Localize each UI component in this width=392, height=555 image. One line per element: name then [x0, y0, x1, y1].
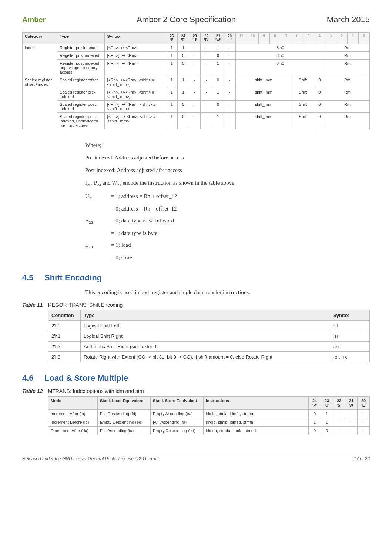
l20-val1: = 1; load — [111, 240, 131, 250]
encode-desc: I25, P24 and W21 encode the instruction … — [85, 178, 370, 188]
table-row: 2'h1Logical Shift Rightlsr — [48, 331, 370, 342]
page-header: Amber Amber 2 Core Specification March 2… — [22, 15, 370, 27]
table-row: Scaled register pre-indexed[<Rn>, +/-<Rm… — [23, 88, 370, 101]
section-45-intro: This encoding is used in both register a… — [85, 288, 370, 297]
col-b25: 25 'I' — [166, 33, 177, 44]
encoding-table: Category Type Syntax 25 'I' 24 'P' 23 'U… — [22, 32, 370, 130]
footer-left: Released under the GNU Lesser General Pu… — [22, 456, 158, 461]
table12-caption: Table 12MTRANS: Index options with ldm a… — [22, 388, 370, 394]
table-row: Scaled register offset / indexScaled reg… — [23, 76, 370, 88]
col-b1: 1 — [347, 33, 358, 44]
col-type: Type — [57, 33, 105, 44]
section-45-heading: 4.5Shift Encoding — [22, 273, 370, 283]
table-row: Increment After (ia)Full Descending (fd)… — [48, 410, 370, 418]
t12-col-b24: 24 'P' — [309, 397, 321, 410]
col-b11: 11 — [235, 33, 247, 44]
table-row: Decrement After (da)Full Ascending (fa)E… — [48, 427, 370, 435]
body-text: Where; Pre-indexed: Address adjusted bef… — [85, 141, 370, 262]
doc-title: Amber 2 Core Specification — [137, 15, 236, 24]
t12-col-instr: Instructions — [204, 397, 309, 410]
footer-right: 17 of 26 — [354, 456, 370, 461]
col-b4: 4 — [314, 33, 325, 44]
u23-val1: = 1; address = Rn + offset_12 — [111, 192, 177, 201]
col-b9: 9 — [258, 33, 269, 44]
table-row: indexRegister pre-indexed[<Rn>, +/-<Rm>]… — [23, 44, 370, 52]
t12-col-b20: 20 'L' — [358, 397, 370, 410]
b22-label: B22 — [85, 216, 111, 226]
t11-col-type: Type — [81, 310, 330, 321]
table11: Condition Type Syntax 2'h0Logical Shift … — [48, 310, 370, 362]
doc-date: March 2015 — [327, 15, 370, 24]
col-b21: 21 'W' — [212, 33, 224, 44]
col-b5: 5 — [303, 33, 314, 44]
table-row: Scaled register post-indexed[<Rn>], +/-<… — [23, 101, 370, 113]
u23-val0: = 0; address = Rn – offset_12 — [111, 204, 177, 213]
l20-val0: = 0; store — [111, 253, 132, 262]
table11-caption: Table 11REGOP, TRANS: Shift Encoding — [22, 302, 370, 308]
l20-label: L20 — [85, 240, 111, 250]
table-row: 2'h0Logical Shift Leftlsl — [48, 321, 370, 331]
t11-col-cond: Condition — [48, 310, 81, 321]
table12: Mode Stack Load Equivalent Stack Store E… — [48, 396, 370, 435]
col-b23: 23 'U' — [189, 33, 201, 44]
t12-col-mode: Mode — [48, 397, 98, 410]
col-b24: 24 'P' — [177, 33, 189, 44]
section-46-heading: 4.6Load & Store Multiple — [22, 373, 370, 383]
t11-col-syntax: Syntax — [330, 310, 370, 321]
brand: Amber — [22, 16, 46, 24]
where-label: Where; — [85, 141, 370, 149]
table-row: Register post-indexed, unprivilaged memo… — [23, 60, 370, 76]
b22-val1: = 1; data type is byte — [111, 229, 158, 238]
t12-col-load: Stack Load Equivalent — [98, 397, 151, 410]
t12-col-b21: 21 'W' — [345, 397, 358, 410]
page-footer: Released under the GNU Lesser General Pu… — [22, 454, 370, 461]
t12-col-b23: 23 'U' — [321, 397, 333, 410]
post-indexed-desc: Post-indexed: Address adjusted after acc… — [85, 166, 370, 175]
col-category: Category — [23, 33, 57, 44]
u23-label: U23 — [85, 192, 111, 201]
col-b3: 3 — [325, 33, 336, 44]
table-row: 2'h3Rotate Right with Extent (CO -> bit … — [48, 352, 370, 362]
t12-col-store: Stack Store Equivalent — [151, 397, 204, 410]
col-syntax: Syntax — [105, 33, 166, 44]
table-row: 2'h2Arithmetic Shift Right (sign extend)… — [48, 342, 370, 352]
col-b8: 8 — [269, 33, 281, 44]
table-row: Register post-indexed[<Rn>], +/-<Rm>10--… — [23, 52, 370, 60]
category-cell: index — [23, 44, 57, 76]
col-b0: 0 — [358, 33, 369, 44]
b22-val0: = 0; data type is 32-bit word — [111, 216, 174, 226]
pre-indexed-desc: Pre-indexed: Address adjusted before acc… — [85, 153, 370, 162]
col-b22: 22 'B' — [201, 33, 212, 44]
col-b20: 20 'L' — [224, 33, 235, 44]
col-b10: 10 — [247, 33, 258, 44]
col-b2: 2 — [336, 33, 347, 44]
col-b6: 6 — [292, 33, 303, 44]
table-row: Scaled register post-indexed, unprivilag… — [23, 113, 370, 130]
table-row: Increment Before (ib)Empty Descending (e… — [48, 418, 370, 427]
t12-col-b22: 22 'S' — [333, 397, 345, 410]
category-cell: Scaled register offset / index — [23, 76, 57, 130]
col-b7: 7 — [281, 33, 292, 44]
